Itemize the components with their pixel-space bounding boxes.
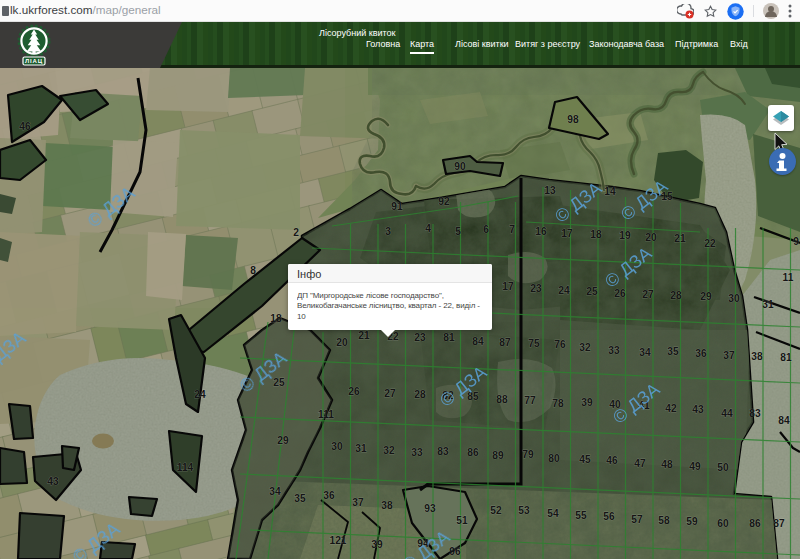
svg-text:43: 43 bbox=[692, 404, 704, 415]
svg-text:77: 77 bbox=[524, 395, 536, 406]
svg-text:32: 32 bbox=[579, 342, 591, 353]
svg-text:23: 23 bbox=[414, 332, 426, 343]
svg-text:6: 6 bbox=[483, 224, 489, 235]
svg-text:25: 25 bbox=[586, 286, 598, 297]
svg-text:60: 60 bbox=[717, 518, 729, 529]
svg-text:75: 75 bbox=[528, 338, 540, 349]
svg-text:16: 16 bbox=[535, 226, 547, 237]
svg-text:96: 96 bbox=[449, 546, 461, 557]
svg-text:35: 35 bbox=[294, 493, 306, 504]
svg-text:23: 23 bbox=[530, 283, 542, 294]
svg-text:86: 86 bbox=[749, 518, 761, 529]
svg-text:18: 18 bbox=[270, 313, 282, 324]
svg-text:91: 91 bbox=[391, 201, 403, 212]
svg-text:31: 31 bbox=[762, 299, 774, 310]
svg-text:93: 93 bbox=[424, 503, 436, 514]
svg-text:78: 78 bbox=[552, 398, 564, 409]
svg-text:7: 7 bbox=[509, 224, 515, 235]
svg-text:55: 55 bbox=[575, 510, 587, 521]
svg-text:33: 33 bbox=[608, 345, 620, 356]
svg-text:5: 5 bbox=[455, 226, 461, 237]
svg-text:24: 24 bbox=[194, 389, 206, 400]
svg-text:81: 81 bbox=[780, 352, 792, 363]
svg-text:25: 25 bbox=[273, 377, 285, 388]
svg-text:30: 30 bbox=[331, 441, 343, 452]
svg-text:46: 46 bbox=[19, 121, 31, 132]
svg-text:29: 29 bbox=[277, 435, 289, 446]
svg-text:49: 49 bbox=[689, 461, 701, 472]
svg-text:19: 19 bbox=[619, 230, 631, 241]
svg-text:121: 121 bbox=[330, 535, 347, 546]
svg-text:24: 24 bbox=[558, 285, 570, 296]
svg-text:13: 13 bbox=[544, 185, 556, 196]
svg-text:20: 20 bbox=[645, 232, 657, 243]
svg-text:38: 38 bbox=[381, 500, 393, 511]
svg-text:14: 14 bbox=[604, 186, 616, 197]
svg-text:4: 4 bbox=[425, 223, 431, 234]
svg-text:56: 56 bbox=[603, 511, 615, 522]
svg-text:84: 84 bbox=[472, 336, 484, 347]
svg-text:26: 26 bbox=[348, 386, 360, 397]
svg-text:83: 83 bbox=[437, 446, 449, 457]
svg-text:28: 28 bbox=[414, 389, 426, 400]
svg-text:36: 36 bbox=[695, 348, 707, 359]
svg-text:50: 50 bbox=[717, 462, 729, 473]
svg-text:11: 11 bbox=[783, 272, 794, 283]
svg-text:111: 111 bbox=[318, 409, 334, 420]
svg-text:83: 83 bbox=[749, 408, 761, 419]
svg-text:17: 17 bbox=[561, 228, 573, 239]
svg-text:52: 52 bbox=[490, 505, 502, 516]
svg-text:2: 2 bbox=[293, 227, 299, 238]
svg-text:34: 34 bbox=[269, 486, 281, 497]
svg-text:47: 47 bbox=[634, 458, 646, 469]
svg-text:87: 87 bbox=[773, 518, 785, 529]
svg-text:54: 54 bbox=[547, 508, 559, 519]
svg-text:59: 59 bbox=[686, 516, 698, 527]
svg-text:114: 114 bbox=[177, 462, 194, 473]
svg-text:36: 36 bbox=[323, 490, 335, 501]
svg-text:51: 51 bbox=[456, 515, 468, 526]
svg-text:34: 34 bbox=[639, 347, 651, 358]
svg-text:88: 88 bbox=[496, 394, 508, 405]
svg-text:21: 21 bbox=[358, 330, 370, 341]
svg-text:80: 80 bbox=[548, 453, 560, 464]
svg-text:20: 20 bbox=[336, 337, 348, 348]
svg-text:37: 37 bbox=[723, 350, 735, 361]
svg-text:37: 37 bbox=[352, 497, 364, 508]
svg-text:53: 53 bbox=[518, 505, 530, 516]
svg-text:92: 92 bbox=[438, 196, 450, 207]
svg-text:31: 31 bbox=[355, 443, 367, 454]
svg-text:76: 76 bbox=[554, 339, 566, 350]
svg-text:27: 27 bbox=[642, 289, 654, 300]
svg-text:18: 18 bbox=[590, 229, 602, 240]
svg-text:17: 17 bbox=[502, 281, 514, 292]
svg-text:98: 98 bbox=[567, 114, 579, 125]
svg-text:39: 39 bbox=[371, 539, 383, 550]
svg-text:57: 57 bbox=[631, 514, 643, 525]
svg-text:29: 29 bbox=[700, 291, 712, 302]
svg-text:44: 44 bbox=[721, 408, 733, 419]
svg-text:33: 33 bbox=[411, 447, 423, 458]
svg-text:84: 84 bbox=[778, 415, 790, 426]
svg-text:21: 21 bbox=[674, 233, 686, 244]
svg-text:48: 48 bbox=[661, 459, 673, 470]
svg-text:27: 27 bbox=[384, 388, 396, 399]
svg-text:45: 45 bbox=[579, 454, 591, 465]
svg-text:38: 38 bbox=[751, 351, 763, 362]
svg-text:58: 58 bbox=[658, 515, 670, 526]
svg-text:3: 3 bbox=[385, 226, 391, 237]
svg-text:90: 90 bbox=[454, 161, 466, 172]
svg-text:87: 87 bbox=[499, 337, 511, 348]
svg-text:32: 32 bbox=[383, 445, 395, 456]
svg-text:28: 28 bbox=[670, 290, 682, 301]
svg-text:8: 8 bbox=[250, 265, 256, 276]
svg-text:43: 43 bbox=[47, 476, 59, 487]
svg-text:79: 79 bbox=[522, 449, 534, 460]
svg-text:81: 81 bbox=[443, 332, 455, 343]
svg-text:46: 46 bbox=[606, 455, 618, 466]
svg-text:39: 39 bbox=[581, 397, 593, 408]
svg-text:35: 35 bbox=[667, 346, 679, 357]
svg-text:22: 22 bbox=[704, 238, 716, 249]
svg-text:30: 30 bbox=[728, 293, 740, 304]
svg-text:9: 9 bbox=[793, 236, 799, 247]
